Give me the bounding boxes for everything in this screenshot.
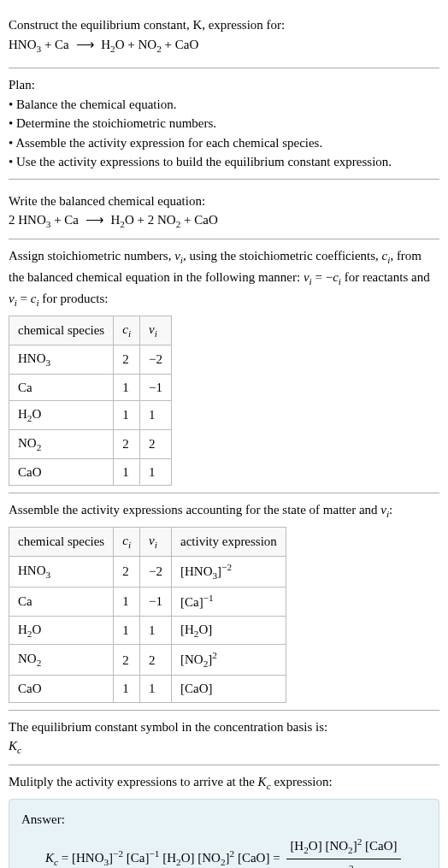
cell-vi: 2 bbox=[140, 430, 172, 459]
question-header: Construct the equilibrium constant, K, e… bbox=[9, 9, 439, 62]
cell-vi: 1 bbox=[140, 401, 172, 430]
cell-species: Ca bbox=[9, 374, 114, 401]
symbol-line1: The equilibrium constant symbol in the c… bbox=[9, 717, 439, 737]
stoich-section: Assign stoichiometric numbers, νi, using… bbox=[9, 239, 439, 493]
stoich-intro: Assign stoichiometric numbers, νi, using… bbox=[9, 246, 439, 310]
arrow-icon: ⟶ bbox=[82, 213, 108, 227]
table-row: H2O 1 1 bbox=[9, 401, 172, 430]
cell-species: Ca bbox=[9, 588, 114, 617]
fraction-numerator: [H2O] [NO2]2 [CaO] bbox=[286, 835, 400, 860]
cell-species: CaO bbox=[9, 458, 114, 486]
table-row: Ca 1 −1 bbox=[9, 374, 172, 401]
cell-activity: [H2O] bbox=[171, 616, 286, 645]
col-species: chemical species bbox=[9, 528, 114, 557]
prompt-text: Construct the equilibrium constant, K, e… bbox=[9, 18, 285, 32]
cell-ci: 1 bbox=[114, 588, 140, 617]
eq-left: HNO3 + Ca bbox=[9, 38, 69, 51]
cell-species: HNO3 bbox=[9, 345, 114, 374]
cell-vi: 1 bbox=[140, 676, 172, 703]
cell-species: NO2 bbox=[9, 430, 114, 459]
table-row: NO2 2 2 [NO2]2 bbox=[9, 645, 286, 676]
cell-ci: 2 bbox=[114, 645, 140, 676]
col-species: chemical species bbox=[9, 316, 114, 345]
cell-ci: 2 bbox=[114, 345, 140, 374]
activity-table: chemical species ci νi activity expressi… bbox=[9, 527, 286, 703]
multiply-intro: Mulitply the activity expressions to arr… bbox=[9, 772, 439, 794]
multiply-section: Mulitply the activity expressions to arr… bbox=[9, 765, 439, 868]
plan-item: • Use the activity expressions to build … bbox=[9, 152, 439, 172]
cell-vi: −2 bbox=[140, 345, 172, 374]
plan-section: Plan: • Balance the chemical equation. •… bbox=[9, 68, 439, 180]
stoich-table: chemical species ci νi HNO3 2 −2 Ca 1 −1… bbox=[9, 316, 172, 487]
cell-vi: −1 bbox=[140, 374, 172, 401]
plan-item: • Determine the stoichiometric numbers. bbox=[9, 114, 439, 133]
cell-activity: [CaO] bbox=[171, 676, 286, 703]
cell-species: H2O bbox=[9, 401, 114, 430]
cell-species: H2O bbox=[9, 616, 114, 645]
answer-expression: Kc = [HNO3]−2 [Ca]−1 [H2O] [NO2]2 [CaO] … bbox=[21, 835, 427, 869]
table-row: HNO3 2 −2 [HNO3]−2 bbox=[9, 557, 286, 588]
cell-vi: 1 bbox=[140, 458, 172, 486]
col-ci: ci bbox=[114, 316, 140, 345]
table-row: H2O 1 1 [H2O] bbox=[9, 616, 286, 645]
table-row: NO2 2 2 bbox=[9, 430, 172, 459]
plan-title: Plan: bbox=[9, 75, 439, 95]
cell-ci: 1 bbox=[114, 676, 140, 703]
cell-vi: 1 bbox=[140, 616, 172, 645]
cell-ci: 1 bbox=[114, 458, 140, 486]
cell-activity: [HNO3]−2 bbox=[171, 557, 286, 588]
table-header-row: chemical species ci νi activity expressi… bbox=[9, 528, 286, 557]
cell-vi: −2 bbox=[140, 557, 172, 588]
cell-species: HNO3 bbox=[9, 557, 114, 588]
fraction-denominator: [HNO3]2 [Ca] bbox=[286, 859, 400, 868]
kc-fraction: [H2O] [NO2]2 [CaO] [HNO3]2 [Ca] bbox=[283, 835, 404, 869]
kc-expansion: = [HNO3]−2 [Ca]−1 [H2O] [NO2]2 [CaO] = bbox=[62, 851, 284, 865]
cell-species: CaO bbox=[9, 676, 114, 703]
symbol-section: The equilibrium constant symbol in the c… bbox=[9, 711, 439, 765]
cell-ci: 2 bbox=[114, 430, 140, 459]
answer-label: Answer: bbox=[21, 810, 427, 830]
cell-ci: 1 bbox=[114, 401, 140, 430]
activity-section: Assemble the activity expressions accoun… bbox=[9, 493, 439, 710]
cell-species: NO2 bbox=[9, 645, 114, 676]
activity-intro: Assemble the activity expressions accoun… bbox=[9, 500, 439, 522]
question-prompt: Construct the equilibrium constant, K, e… bbox=[9, 15, 439, 35]
balanced-title: Write the balanced chemical equation: bbox=[9, 192, 439, 211]
balanced-section: Write the balanced chemical equation: 2 … bbox=[9, 185, 439, 239]
unbalanced-equation: HNO3 + Ca ⟶ H2O + NO2 + CaO bbox=[9, 35, 439, 56]
col-vi: νi bbox=[140, 316, 172, 345]
col-vi: νi bbox=[140, 528, 172, 557]
plan-item: • Assemble the activity expression for e… bbox=[9, 133, 439, 153]
beq-left: 2 HNO3 + Ca bbox=[9, 213, 79, 227]
table-header-row: chemical species ci νi bbox=[9, 316, 172, 345]
beq-right: H2O + 2 NO2 + CaO bbox=[111, 213, 218, 227]
table-row: CaO 1 1 bbox=[9, 458, 172, 486]
plan-item: • Balance the chemical equation. bbox=[9, 95, 439, 115]
kc-symbol: Kc bbox=[45, 851, 58, 865]
balanced-equation: 2 HNO3 + Ca ⟶ H2O + 2 NO2 + CaO bbox=[9, 210, 439, 232]
cell-ci: 1 bbox=[114, 616, 140, 645]
cell-activity: [NO2]2 bbox=[171, 645, 286, 676]
col-activity: activity expression bbox=[171, 528, 286, 557]
arrow-icon: ⟶ bbox=[73, 38, 98, 51]
cell-ci: 2 bbox=[114, 557, 140, 588]
table-row: Ca 1 −1 [Ca]−1 bbox=[9, 588, 286, 617]
symbol-kc: Kc bbox=[9, 736, 439, 758]
cell-vi: −1 bbox=[140, 588, 172, 617]
table-row: HNO3 2 −2 bbox=[9, 345, 172, 374]
cell-ci: 1 bbox=[114, 374, 140, 401]
answer-box: Answer: Kc = [HNO3]−2 [Ca]−1 [H2O] [NO2]… bbox=[9, 799, 439, 868]
table-row: CaO 1 1 [CaO] bbox=[9, 676, 286, 703]
cell-activity: [Ca]−1 bbox=[171, 588, 286, 617]
eq-right: H2O + NO2 + CaO bbox=[101, 38, 198, 51]
col-ci: ci bbox=[114, 528, 140, 557]
cell-vi: 2 bbox=[140, 645, 172, 676]
